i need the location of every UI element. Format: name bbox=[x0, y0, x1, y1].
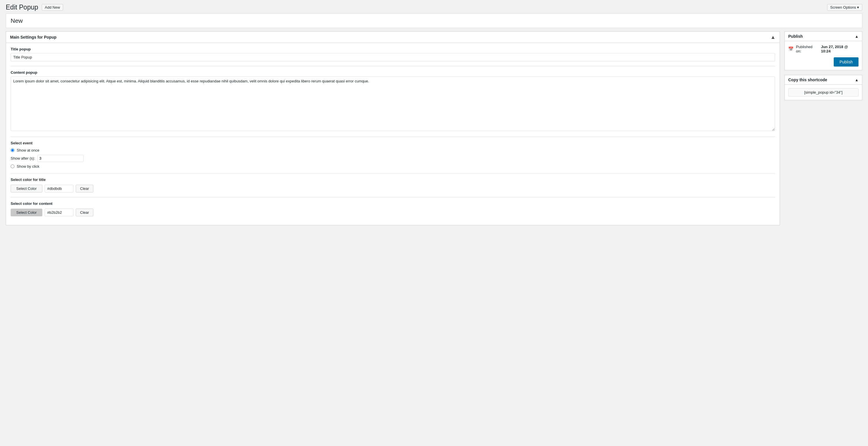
show-after-label: Show after (s): bbox=[11, 156, 35, 160]
content-popup-label: Content popup bbox=[11, 70, 775, 75]
color-title-row: Select Color Clear bbox=[11, 185, 775, 192]
divider-1 bbox=[11, 66, 775, 66]
shortcode-metabox: Copy this shortcode ▲ bbox=[784, 75, 862, 100]
color-title-group: Select color for title Select Color Clea… bbox=[11, 177, 775, 192]
show-by-click-row: Show by click bbox=[11, 164, 775, 169]
show-after-row: Show after (s): bbox=[11, 155, 775, 162]
publish-metabox-title: Publish bbox=[788, 34, 803, 39]
add-new-button[interactable]: Add New bbox=[42, 4, 63, 11]
main-settings-metabox-header[interactable]: Main Settings for Popup ▲ bbox=[6, 32, 780, 43]
divider-2 bbox=[11, 137, 775, 137]
title-popup-input[interactable] bbox=[11, 53, 775, 61]
show-by-click-radio[interactable] bbox=[11, 165, 14, 168]
color-content-value-input[interactable] bbox=[44, 209, 73, 216]
content-popup-group: Content popup Lorem ipsum dolor sit amet… bbox=[11, 70, 775, 132]
publish-metabox: Publish ▲ 📅 Published on: Jun 27, 2018 @… bbox=[784, 31, 862, 70]
show-at-once-radio[interactable] bbox=[11, 148, 14, 152]
show-after-input[interactable] bbox=[37, 155, 84, 162]
publish-button[interactable]: Publish bbox=[834, 57, 859, 66]
clear-content-color-button[interactable]: Clear bbox=[76, 209, 93, 216]
shortcode-input[interactable] bbox=[788, 88, 859, 96]
main-settings-body: Title popup Content popup Lorem ipsum do… bbox=[6, 43, 780, 225]
publish-metabox-body: 📅 Published on: Jun 27, 2018 @ 10:24 Pub… bbox=[785, 41, 862, 70]
shortcode-metabox-title: Copy this shortcode bbox=[788, 78, 827, 82]
show-at-once-label: Show at once bbox=[17, 148, 39, 152]
color-title-label: Select color for title bbox=[11, 177, 775, 182]
shortcode-metabox-header[interactable]: Copy this shortcode ▲ bbox=[785, 75, 862, 85]
color-content-label: Select color for content bbox=[11, 201, 775, 206]
post-title: New bbox=[6, 13, 862, 28]
show-at-once-row: Show at once bbox=[11, 148, 775, 152]
title-popup-label: Title popup bbox=[11, 47, 775, 51]
main-content-area: Main Settings for Popup ▲ Title popup Co… bbox=[6, 31, 780, 230]
publish-info-row: 📅 Published on: Jun 27, 2018 @ 10:24 bbox=[788, 44, 859, 53]
color-content-row: Select Color Clear bbox=[11, 209, 775, 216]
select-color-content-button[interactable]: Select Color bbox=[11, 209, 42, 216]
page-title: Edit Popup bbox=[6, 3, 38, 11]
content-popup-textarea[interactable]: Lorem ipsum dolor sit amet, consectetur … bbox=[11, 76, 775, 131]
clear-title-color-button[interactable]: Clear bbox=[76, 185, 93, 192]
screen-options-button[interactable]: Screen Options ▾ bbox=[827, 4, 862, 11]
select-event-label: Select event bbox=[11, 141, 775, 145]
title-popup-group: Title popup bbox=[11, 47, 775, 61]
publish-toggle-icon: ▲ bbox=[855, 34, 859, 39]
main-settings-toggle-icon: ▲ bbox=[770, 35, 776, 40]
publish-metabox-header[interactable]: Publish ▲ bbox=[785, 32, 862, 41]
shortcode-metabox-body bbox=[785, 85, 862, 100]
main-settings-title: Main Settings for Popup bbox=[10, 35, 57, 39]
color-title-value-input[interactable] bbox=[44, 185, 73, 192]
calendar-icon: 📅 bbox=[788, 47, 794, 52]
color-content-group: Select color for content Select Color Cl… bbox=[11, 201, 775, 216]
published-on-label: Published on: bbox=[796, 44, 819, 53]
select-event-group: Select event Show at once Show after (s)… bbox=[11, 141, 775, 169]
show-by-click-label: Show by click bbox=[17, 164, 39, 169]
shortcode-toggle-icon: ▲ bbox=[855, 78, 859, 82]
main-settings-metabox: Main Settings for Popup ▲ Title popup Co… bbox=[6, 31, 780, 225]
publish-date: Jun 27, 2018 @ 10:24 bbox=[821, 44, 859, 53]
select-color-title-button[interactable]: Select Color bbox=[11, 185, 42, 192]
sidebar: Publish ▲ 📅 Published on: Jun 27, 2018 @… bbox=[784, 31, 862, 230]
